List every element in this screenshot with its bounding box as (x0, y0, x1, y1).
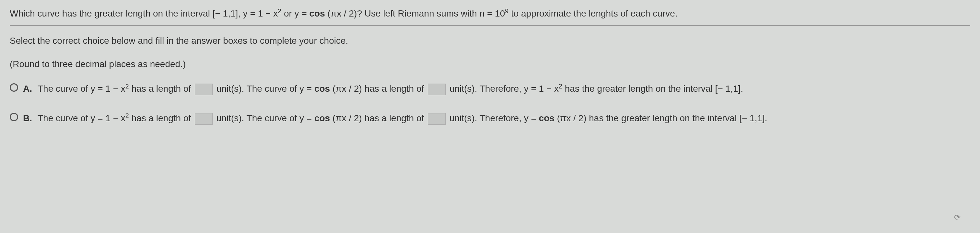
refresh-icon[interactable]: ⟳ (954, 212, 961, 223)
choice-a-p3: unit(s). The curve of y = (214, 84, 314, 94)
choice-b-p5: unit(s). Therefore, y = (447, 113, 539, 123)
instruction-text: Select the correct choice below and fill… (10, 34, 970, 48)
choice-a-p2: has a length of (129, 84, 194, 94)
question-prefix: Which curve has the greater length on th… (10, 8, 278, 19)
question-suffix: to approximate the lenghts of each curve… (509, 8, 677, 19)
choice-b-text: The curve of y = 1 − x2 has a length of … (38, 110, 970, 127)
choice-a-label: A. (23, 82, 33, 96)
question-cos: cos (310, 8, 325, 19)
question-mid2: (πx / 2)? Use left Riemann sums with n =… (325, 8, 505, 19)
choice-a-p5: unit(s). Therefore, y = 1 − x (447, 84, 559, 94)
choice-a-e2: 2 (559, 83, 562, 90)
choice-a-e1: 2 (126, 83, 129, 90)
question-exponent-1: 2 (278, 8, 281, 14)
choice-b-row: B. The curve of y = 1 − x2 has a length … (10, 110, 970, 127)
answer-box-a2[interactable] (428, 84, 445, 95)
choice-a-p6: has the greater length on the interval [… (562, 84, 743, 94)
hint-text: (Round to three decimal places as needed… (10, 57, 970, 71)
question-exponent-2: 9 (505, 8, 509, 14)
choice-b-label: B. (23, 112, 33, 125)
choice-a-p1: The curve of y = 1 − x (38, 84, 126, 94)
radio-a[interactable] (10, 83, 18, 92)
choice-b-p4: (πx / 2) has a length of (330, 113, 426, 123)
choice-b-p6: (πx / 2) has the greater length on the i… (555, 113, 767, 123)
choice-b-p1: The curve of y = 1 − x (38, 113, 126, 123)
question-text: Which curve has the greater length on th… (10, 6, 970, 21)
divider (10, 25, 970, 26)
answer-box-b2[interactable] (428, 113, 445, 125)
choice-b-p3: unit(s). The curve of y = (214, 113, 314, 123)
choice-b-p2: has a length of (129, 113, 194, 123)
answer-box-b1[interactable] (195, 113, 213, 125)
choice-a-cos1: cos (314, 84, 330, 94)
radio-b[interactable] (10, 113, 18, 121)
choice-b-cos2: cos (539, 113, 555, 123)
choice-a-text: The curve of y = 1 − x2 has a length of … (38, 81, 970, 97)
question-mid1: or y = (281, 8, 309, 19)
answer-box-a1[interactable] (195, 84, 213, 95)
choice-a-p4: (πx / 2) has a length of (330, 84, 426, 94)
choice-a-row: A. The curve of y = 1 − x2 has a length … (10, 81, 970, 97)
choice-b-cos1: cos (314, 113, 330, 123)
choice-b-e1: 2 (126, 112, 129, 119)
